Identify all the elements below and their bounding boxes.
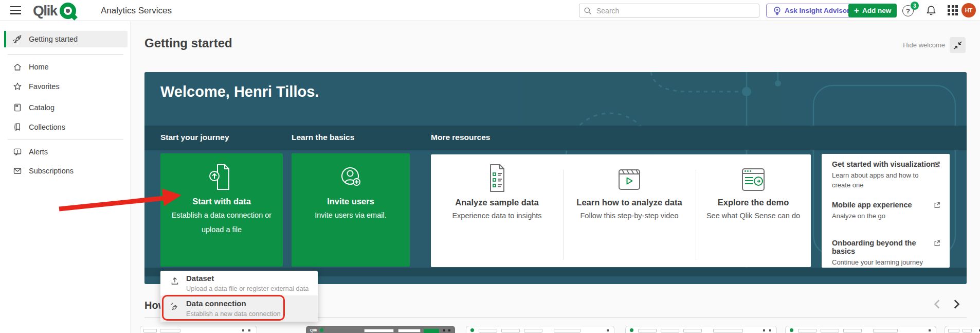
document-list-icon	[482, 163, 512, 194]
sidebar-item-label: Home	[29, 63, 49, 71]
page-title: Getting started	[144, 36, 232, 50]
qlik-wordmark: Qlik	[33, 3, 57, 19]
link-subtitle: Analyze on the go	[832, 212, 933, 221]
sidebar-item-catalog[interactable]: Catalog	[6, 99, 128, 116]
qlik-q-mark-icon	[60, 3, 76, 19]
analyze-sample-data-subtitle: Experience data to insights	[431, 212, 563, 220]
carousel-next-button[interactable]	[952, 299, 961, 311]
notifications-button[interactable]	[925, 4, 937, 19]
sidebar-item-home[interactable]: Home	[6, 59, 128, 75]
dropdown-item-title: Data connection	[186, 299, 246, 308]
invite-users-card[interactable]: Invite users Invite users via email.	[292, 153, 410, 267]
qlik-logo[interactable]: Qlik	[33, 3, 76, 19]
plug-icon	[170, 302, 180, 312]
dropdown-item-subtitle: Upload a data file or register external …	[186, 285, 308, 292]
add-new-button[interactable]: + Add new	[848, 4, 897, 17]
bell-icon	[925, 4, 937, 16]
top-bar: Qlik Analytics Services Ask Insight Advi…	[0, 0, 980, 21]
welcome-banner: Welcome, Henri Tillos. Start your journe…	[144, 72, 967, 284]
browser-demo-icon	[738, 167, 769, 192]
alert-bubble-icon	[12, 147, 23, 157]
howto-video-thumbnail-3[interactable]	[466, 326, 614, 333]
left-sidebar: Getting started Home Favorites Catalog	[0, 21, 131, 333]
link-title: Get started with visualizations	[832, 160, 941, 168]
user-avatar[interactable]: HT	[961, 3, 976, 17]
link-subtitle: Continue your learning journey	[832, 258, 933, 268]
bookmark-icon	[12, 122, 23, 132]
start-with-data-dropdown: Dataset Upload a data file or register e…	[160, 271, 318, 322]
howto-video-thumbnail-2[interactable]: Qlik	[306, 326, 455, 333]
link-mobile-app-experience[interactable]: Mobile app experience Analyze on the go	[832, 201, 941, 221]
learn-how-to-analyze-title: Learn how to analyze data	[563, 198, 696, 207]
explore-the-demo-subtitle: See what Qlik Sense can do	[696, 212, 811, 220]
carousel-previous-button[interactable]	[933, 299, 942, 311]
banner-section-strip	[144, 126, 967, 150]
envelope-icon	[12, 166, 23, 176]
sidebar-item-label: Collections	[29, 123, 65, 131]
link-subtitle: Learn about apps and how to create one	[832, 171, 933, 190]
analyze-sample-data-title: Analyze sample data	[431, 198, 563, 207]
sidebar-item-label: Favorites	[29, 82, 60, 91]
explore-the-demo-title: Explore the demo	[696, 198, 811, 207]
link-get-started-visualizations[interactable]: Get started with visualizations Learn ab…	[832, 160, 941, 190]
global-search	[579, 4, 759, 17]
link-title: Mobile app experience	[832, 201, 941, 209]
invite-users-subtitle: Invite users via email.	[292, 211, 410, 221]
chevron-left-icon	[933, 299, 942, 309]
dropdown-item-subtitle: Establish a new data connection	[186, 310, 281, 318]
section-more-resources: More resources	[431, 133, 490, 142]
start-with-data-subtitle-line1: Establish a data connection or	[160, 211, 283, 221]
home-icon	[12, 62, 23, 72]
qlik-analytics-getting-started-screen: Qlik Analytics Services Ask Insight Advi…	[0, 0, 980, 333]
link-onboarding-beyond-basics[interactable]: Onboarding beyond the basics Continue yo…	[832, 239, 941, 268]
sidebar-item-alerts[interactable]: Alerts	[6, 144, 128, 160]
howto-video-thumbnail-4[interactable]	[625, 326, 777, 333]
sidebar-item-favorites[interactable]: Favorites	[6, 78, 128, 95]
dropdown-item-data-connection[interactable]: Data connection Establish a new data con…	[160, 295, 318, 322]
sidebar-item-collections[interactable]: Collections	[6, 119, 128, 135]
mini-qlik-wordmark: Qlik	[310, 328, 317, 332]
howto-video-thumbnail-6[interactable]	[945, 326, 980, 333]
catalog-icon	[12, 102, 23, 113]
service-title: Analytics Services	[101, 6, 172, 16]
link-title: Onboarding beyond the basics	[832, 239, 941, 255]
search-input[interactable]	[595, 6, 755, 15]
external-link-icon	[933, 201, 941, 209]
collapse-welcome-button[interactable]	[950, 37, 966, 53]
upload-icon	[170, 276, 180, 286]
start-with-data-subtitle-line2: upload a file	[160, 225, 283, 235]
ask-insight-advisor-label: Ask Insight Advisor	[785, 7, 849, 14]
dropdown-item-title: Dataset	[186, 274, 214, 283]
sidebar-item-getting-started[interactable]: Getting started	[6, 31, 128, 47]
sidebar-item-label: Alerts	[29, 148, 48, 156]
add-new-label: Add new	[862, 7, 891, 14]
help-notification-badge: 3	[911, 2, 919, 10]
invite-user-icon	[335, 163, 366, 192]
welcome-title: Welcome, Henri Tillos.	[160, 83, 319, 100]
howto-video-thumbnail-5[interactable]	[785, 326, 936, 333]
section-learn-the-basics: Learn the basics	[292, 133, 354, 142]
analyze-sample-data-item[interactable]: Analyze sample data Experience data to i…	[431, 154, 563, 267]
plus-icon: +	[854, 6, 859, 15]
learn-how-to-analyze-item[interactable]: Learn how to analyze data Follow this st…	[563, 154, 696, 267]
start-with-data-title: Start with data	[160, 197, 283, 206]
learn-how-to-analyze-subtitle: Follow this step-by-step video	[563, 212, 696, 220]
explore-the-demo-item[interactable]: Explore the demo See what Qlik Sense can…	[696, 154, 811, 267]
app-launcher-waffle-icon[interactable]	[948, 5, 958, 15]
help-button[interactable]: ? 3	[902, 4, 918, 17]
ask-insight-advisor-button[interactable]: Ask Insight Advisor	[766, 4, 856, 17]
external-link-icon	[933, 239, 941, 247]
hamburger-menu-icon[interactable]	[10, 6, 21, 14]
sidebar-divider	[8, 54, 123, 55]
more-resources-card: Analyze sample data Experience data to i…	[431, 154, 811, 267]
dropdown-item-dataset[interactable]: Dataset Upload a data file or register e…	[160, 271, 318, 295]
hide-welcome-link[interactable]: Hide welcome	[880, 41, 945, 49]
collapse-arrows-icon	[954, 41, 962, 49]
external-link-icon	[933, 161, 941, 168]
howto-video-thumbnail-1[interactable]	[140, 326, 257, 333]
sidebar-item-label: Catalog	[29, 103, 55, 112]
sidebar-item-subscriptions[interactable]: Subscriptions	[6, 163, 128, 179]
start-with-data-card[interactable]: Start with data Establish a data connect…	[160, 153, 283, 267]
sidebar-item-label: Getting started	[29, 35, 78, 43]
invite-users-title: Invite users	[292, 197, 410, 206]
